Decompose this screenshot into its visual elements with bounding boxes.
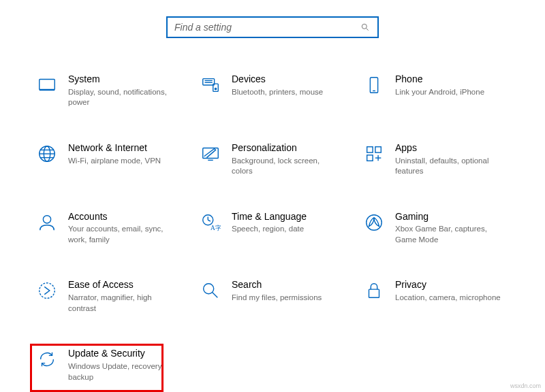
tile-title: Search	[232, 279, 326, 291]
watermark: wsxdn.com	[510, 382, 541, 389]
tile-update-security[interactable]: Update & Security Windows Update, recove…	[34, 344, 184, 387]
tile-gaming[interactable]: Gaming Xbox Game Bar, captures, Game Mod…	[361, 210, 511, 247]
tile-desc: Display, sound, notifications, power	[68, 87, 183, 108]
tile-title: Time & Language	[232, 211, 308, 223]
search-input[interactable]	[174, 22, 360, 33]
phone-icon	[362, 74, 386, 97]
svg-point-29	[40, 283, 55, 299]
tile-text: Ease of Access Narrator, magnifier, high…	[68, 279, 183, 314]
tile-text: Phone Link your Android, iPhone	[395, 74, 488, 97]
tile-desc: Location, camera, microphone	[395, 293, 505, 304]
tile-desc: Windows Update, recovery, backup	[68, 361, 183, 382]
tile-search[interactable]: Search Find my files, permissions	[198, 278, 347, 315]
tile-privacy[interactable]: Privacy Location, camera, microphone	[361, 278, 511, 315]
system-icon	[35, 74, 59, 97]
svg-line-1	[367, 29, 369, 31]
tile-title: System	[68, 74, 183, 85]
tile-text: Apps Uninstall, defaults, optional featu…	[395, 142, 510, 177]
update-icon	[35, 348, 59, 371]
tile-phone[interactable]: Phone Link your Android, iPhone	[361, 72, 511, 110]
tile-system[interactable]: System Display, sound, notifications, po…	[34, 72, 184, 110]
svg-line-31	[213, 293, 218, 298]
tile-text: Update & Security Windows Update, recove…	[68, 348, 183, 382]
svg-point-28	[367, 214, 382, 230]
tile-text: System Display, sound, notifications, po…	[68, 74, 183, 108]
tile-desc: Find my files, permissions	[232, 293, 326, 304]
search-icon	[360, 22, 371, 33]
tile-title: Privacy	[395, 279, 505, 291]
svg-point-0	[362, 24, 367, 29]
svg-rect-32	[369, 290, 379, 298]
tile-apps[interactable]: Apps Uninstall, defaults, optional featu…	[361, 141, 511, 178]
svg-rect-2	[40, 80, 55, 90]
svg-line-26	[208, 220, 211, 221]
search-box[interactable]	[166, 16, 379, 38]
tile-title: Gaming	[395, 211, 510, 223]
tile-desc: Speech, region, date	[232, 224, 308, 235]
tile-network[interactable]: Network & Internet Wi-Fi, airplane mode,…	[34, 141, 184, 178]
lock-icon	[362, 279, 386, 302]
tile-title: Devices	[232, 74, 327, 85]
tile-desc: Narrator, magnifier, high contrast	[68, 293, 183, 314]
tile-desc: Wi-Fi, airplane mode, VPN	[68, 156, 165, 167]
tile-title: Phone	[395, 74, 488, 85]
tile-ease-of-access[interactable]: Ease of Access Narrator, magnifier, high…	[34, 278, 184, 315]
time-language-icon: A字	[199, 211, 222, 234]
tile-text: Devices Bluetooth, printers, mouse	[232, 74, 327, 97]
tile-desc: Xbox Game Bar, captures, Game Mode	[395, 224, 510, 245]
tile-title: Personalization	[232, 142, 346, 154]
svg-text:A字: A字	[211, 225, 221, 231]
ease-of-access-icon	[35, 279, 59, 302]
tile-text: Search Find my files, permissions	[232, 279, 326, 303]
svg-rect-18	[367, 147, 373, 152]
tile-desc: Background, lock screen, colors	[232, 156, 346, 177]
tile-text: Gaming Xbox Game Bar, captures, Game Mod…	[395, 211, 510, 246]
search-container	[0, 0, 545, 45]
svg-rect-19	[375, 147, 381, 152]
tile-desc: Uninstall, defaults, optional features	[395, 156, 510, 177]
globe-icon	[35, 142, 59, 165]
svg-rect-20	[367, 155, 373, 161]
tile-time-language[interactable]: A字 Time & Language Speech, region, date	[198, 210, 347, 247]
svg-point-23	[43, 215, 50, 223]
gaming-icon	[362, 211, 386, 234]
tile-title: Update & Security	[68, 348, 183, 359]
apps-icon	[362, 142, 386, 165]
settings-grid: System Display, sound, notifications, po…	[0, 45, 545, 392]
tile-personalization[interactable]: Personalization Background, lock screen,…	[198, 141, 347, 178]
tile-title: Ease of Access	[68, 279, 183, 291]
personalization-icon	[199, 142, 222, 165]
accounts-icon	[35, 211, 59, 234]
tile-text: Time & Language Speech, region, date	[232, 211, 308, 235]
tile-devices[interactable]: Devices Bluetooth, printers, mouse	[198, 72, 347, 110]
tile-text: Accounts Your accounts, email, sync, wor…	[68, 211, 183, 246]
tile-text: Network & Internet Wi-Fi, airplane mode,…	[68, 142, 165, 166]
svg-point-30	[204, 284, 214, 294]
devices-icon	[199, 74, 222, 97]
tile-text: Personalization Background, lock screen,…	[232, 142, 346, 177]
magnifier-icon	[199, 279, 222, 302]
tile-title: Network & Internet	[68, 142, 165, 154]
tile-title: Apps	[395, 142, 510, 154]
tile-text: Privacy Location, camera, microphone	[395, 279, 505, 303]
tile-title: Accounts	[68, 211, 183, 223]
tile-desc: Bluetooth, printers, mouse	[232, 87, 327, 98]
tile-desc: Your accounts, email, sync, work, family	[68, 224, 183, 245]
tile-accounts[interactable]: Accounts Your accounts, email, sync, wor…	[34, 210, 184, 247]
svg-point-8	[215, 88, 216, 90]
tile-desc: Link your Android, iPhone	[395, 87, 488, 98]
